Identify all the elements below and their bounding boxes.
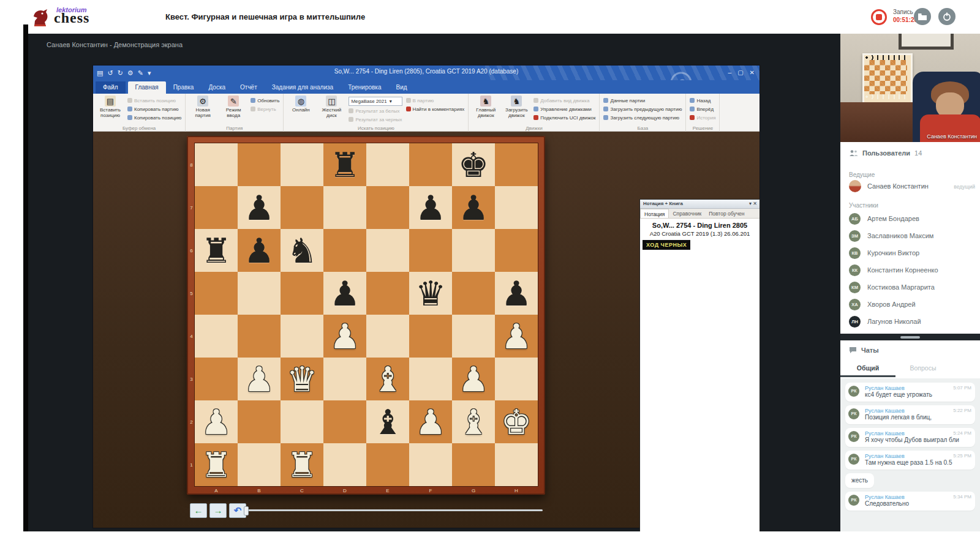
menu-tab-отчёт[interactable]: Отчёт [233,81,265,94]
notation-tab-повтор-обучен[interactable]: Повтор обучен [705,209,748,218]
ribbon-small-button[interactable]: Копировать позицию [127,114,181,121]
ribbon-small-button[interactable]: Загрузить следующую партию [603,114,682,121]
black-king-g8[interactable]: ♚ [452,143,495,186]
webcam-video[interactable]: Санаев Константин [840,34,980,142]
square-f4[interactable] [409,315,452,358]
square-f6[interactable] [409,229,452,272]
member-row[interactable]: КККонстантин Корнеенко [849,264,975,279]
square-b5[interactable] [238,272,281,315]
square-b8[interactable] [238,143,281,186]
black-knight-c6[interactable]: ♞ [281,229,323,272]
square-d2[interactable] [323,400,366,443]
chat-message[interactable]: РКРуслан Кашаев5:22 PMПозиция легкая в б… [845,405,975,424]
window-titlebar[interactable]: ▤↺↻⚙✎▾ So,W... 2754 - Ding Liren (2805),… [93,66,760,80]
ribbon-small-button[interactable]: Загрузить предыдущую партию [603,105,682,113]
white-king-h2[interactable]: ♚ [495,400,538,443]
member-row[interactable]: КМКостикова Маргарита [849,282,975,296]
white-rook-c1[interactable]: ♜ [281,443,323,486]
maximize-icon[interactable]: ▢ [737,67,743,78]
notation-tab-справочник[interactable]: Справочник [669,209,705,218]
member-row[interactable]: ХАХворов Андрей [849,299,975,313]
info-button[interactable] [938,8,956,25]
chat-message[interactable]: РКРуслан Кашаев5:25 PMТам нужна еще раза… [845,451,975,470]
game-slider-track[interactable] [245,509,543,511]
white-rook-a1[interactable]: ♜ [195,443,238,486]
square-c4[interactable] [281,315,323,358]
member-row[interactable]: ЛНЛагунов Николай [849,316,975,331]
close-icon[interactable]: ✕ [750,67,755,78]
white-pawn-d4[interactable]: ♟ [323,315,366,358]
square-e7[interactable] [366,186,409,229]
square-c2[interactable] [281,400,323,443]
square-d1[interactable] [323,443,366,486]
ribbon-small-button[interactable]: Данные партии [603,97,682,104]
black-bishop-e2[interactable]: ♝ [366,400,409,443]
black-pawn-f7[interactable]: ♟ [409,186,452,229]
minimize-icon[interactable]: – [728,67,732,78]
white-pawn-b3[interactable]: ♟ [238,358,281,400]
chat-tab-вопросы[interactable]: Вопросы [895,361,951,377]
white-bishop-e3[interactable]: ♝ [366,358,409,400]
logo[interactable]: lektorium chess [29,5,152,31]
menu-tab-вид[interactable]: Вид [389,81,415,94]
square-e6[interactable] [366,229,409,272]
menu-tab-главная[interactable]: Главная [128,81,166,94]
square-c5[interactable] [281,272,323,315]
menu-tab-задания-для-анализа[interactable]: Задания для анализа [265,81,341,94]
files-button[interactable] [914,8,931,25]
square-g5[interactable] [452,272,495,315]
square-h6[interactable] [495,229,538,272]
menu-tab-правка[interactable]: Правка [166,81,202,94]
square-c7[interactable] [281,186,323,229]
ribbon-small-button[interactable]: Копировать партию [127,105,181,113]
menu-tab-доска[interactable]: Доска [201,81,233,94]
square-a7[interactable] [195,186,238,229]
ribbon-small-button[interactable]: Вперёд [690,105,715,113]
chat-messages[interactable]: РКРуслан Кашаев5:07 PMкс4 будет еще угро… [840,378,980,531]
square-g4[interactable] [452,315,495,358]
notation-panel-header[interactable]: Нотация + Книга ▾ ✕ [640,200,760,209]
chess-board[interactable]: ♜♚♟♟♟♜♟♞♟♛♟♟♟♟♛♝♟♟♝♟♝♚♜♜ [195,143,538,486]
black-pawn-d5[interactable]: ♟ [323,272,366,315]
square-f8[interactable] [409,143,452,186]
chat-tab-общий[interactable]: Общий [840,361,895,377]
square-h8[interactable] [495,143,538,186]
square-e1[interactable] [366,443,409,486]
square-b2[interactable] [238,400,281,443]
square-a4[interactable] [195,315,238,358]
menu-tab-тренировка[interactable]: Тренировка [341,81,388,94]
black-pawn-b6[interactable]: ♟ [238,229,281,272]
database-dropdown[interactable]: MegaBase 2021▾ [349,97,402,106]
black-pawn-h5[interactable]: ♟ [495,272,538,315]
chat-message[interactable]: РКРуслан Кашаев5:24 PMЯ хочу чтобы Дубов… [845,428,975,447]
panel-menu-icons[interactable]: ▾ ✕ [749,201,757,206]
ribbon-small-button[interactable]: Управление движками [533,105,595,113]
square-d3[interactable] [323,358,366,400]
white-pawn-f2[interactable]: ♟ [409,400,452,443]
square-b1[interactable] [238,443,281,486]
square-g1[interactable] [452,443,495,486]
square-g6[interactable] [452,229,495,272]
menu-tab-файл[interactable]: Файл [96,81,126,94]
next-move-button[interactable]: → [209,503,227,518]
square-h3[interactable] [495,358,538,400]
square-d6[interactable] [323,229,366,272]
ribbon-small-button[interactable]: Обновить [251,97,279,104]
white-queen-c3[interactable]: ♛ [281,358,323,400]
square-e4[interactable] [366,315,409,358]
divider-handle[interactable] [900,336,920,339]
member-row[interactable]: ЗМЗаславников Максим [849,230,975,245]
ribbon-small-button[interactable]: Найти в комментариях [406,105,465,113]
member-row[interactable]: КВКурочкин Виктор [849,247,975,262]
prev-move-button[interactable]: ← [190,503,207,518]
square-b4[interactable] [238,315,281,358]
ribbon-small-button[interactable]: Назад [690,97,715,104]
square-c8[interactable] [281,143,323,186]
chat-message[interactable]: жесть [845,473,874,488]
square-f3[interactable] [409,358,452,400]
square-a5[interactable] [195,272,238,315]
square-e5[interactable] [366,272,409,315]
square-d7[interactable] [323,186,366,229]
member-row[interactable]: АБАртем Бондарев [849,213,975,228]
white-bishop-g2[interactable]: ♝ [452,400,495,443]
